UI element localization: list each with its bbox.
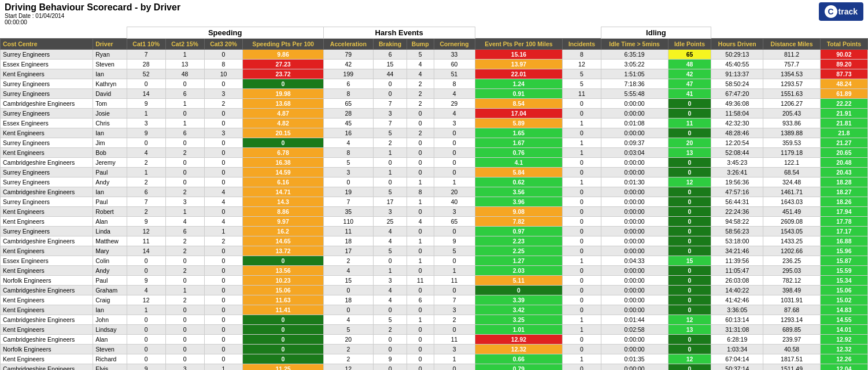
cell-incidents: 0: [563, 158, 601, 168]
table-row: Cambridgeshire EngineersGraham41015.0604…: [1, 286, 868, 295]
cell-idle-points: 0: [668, 187, 711, 197]
cell-bump: 1: [407, 197, 434, 207]
table-row: Surrey EngineersJim000042001.6710:09:372…: [1, 138, 868, 148]
cell-distance-miles: 87.68: [763, 305, 820, 315]
cell-event-pts: 3.42: [475, 305, 563, 315]
cell-driver: Craig: [93, 295, 127, 305]
cell-distance-miles: 2609.08: [763, 217, 820, 227]
cell-event-pts: 1.01: [475, 325, 563, 335]
cell-acceleration: 6: [323, 79, 374, 89]
cell-cornering: 3: [434, 305, 475, 315]
cell-hours-driven: 3:36:05: [711, 305, 763, 315]
logo-text: track: [839, 7, 858, 16]
cell-acceleration: 8: [323, 148, 374, 158]
col-cat1: Cat1 10%: [127, 39, 165, 50]
cell-incidents: 1: [563, 315, 601, 325]
section-header-row: Speeding Harsh Events Idling: [1, 27, 868, 39]
col-distance: Distance Miles: [763, 39, 820, 50]
cell-acceleration: 12: [323, 364, 374, 371]
col-bump: Bump: [407, 39, 434, 50]
table-row: Surrey EngineersDavid146319.9880240.9111…: [1, 89, 868, 99]
cell-cat3: 0: [204, 266, 243, 276]
cell-idle-points: 41: [668, 89, 711, 99]
cell-idle-points: 42: [668, 69, 711, 79]
cell-driver: Linda: [93, 227, 127, 236]
cell-cost-centre: Surrey Engineers: [1, 168, 93, 177]
cell-speeding-pts: 10.23: [243, 276, 323, 286]
cell-cornering: 9: [434, 236, 475, 246]
cell-acceleration: 15: [323, 276, 374, 286]
cell-distance-miles: 1551.63: [763, 89, 820, 99]
cell-total-points: 89.20: [820, 60, 867, 69]
table-row: Essex EngineersChris3104.82457035.8910:0…: [1, 119, 868, 128]
cell-bump: 11: [407, 276, 434, 286]
cell-speeding-pts: 13.68: [243, 99, 323, 109]
col-cat3: Cat3 20%: [204, 39, 243, 50]
cell-total-points: 14.83: [820, 305, 867, 315]
cell-cornering: 0: [434, 148, 475, 158]
cell-speeding-pts: 6.78: [243, 148, 323, 158]
cell-cornering: 4: [434, 89, 475, 99]
cell-acceleration: 79: [323, 50, 374, 60]
cell-cat2: 2: [165, 246, 204, 256]
cell-cat2: 2: [165, 148, 204, 158]
table-row: Kent EngineersIan52481023.721994445122.0…: [1, 69, 868, 79]
cell-distance-miles: 205.43: [763, 109, 820, 119]
cell-speeding-pts: 0: [243, 354, 323, 364]
cell-cat2: 1: [165, 50, 204, 60]
cell-hours-driven: 6:28:19: [711, 335, 763, 345]
table-row: Kent EngineersAndy02013.5641012.0300:00:…: [1, 266, 868, 276]
cell-event-pts: 22.01: [475, 69, 563, 79]
cell-bump: 0: [407, 286, 434, 295]
cell-cost-centre: Cambridgeshire Engineers: [1, 315, 93, 325]
cell-bump: 0: [407, 148, 434, 158]
cell-cost-centre: Cambridgeshire Engineers: [1, 364, 93, 371]
cell-cost-centre: Surrey Engineers: [1, 177, 93, 187]
cell-cat1: 0: [127, 335, 165, 345]
table-row: Kent EngineersIan96320.15165201.6500:00:…: [1, 128, 868, 138]
cell-bump: 1: [407, 177, 434, 187]
table-row: Essex EngineersSteven2813827.23421546013…: [1, 60, 868, 69]
cell-idle-time: 0:00:00: [601, 335, 668, 345]
cell-braking: 3: [374, 207, 407, 217]
cell-distance-miles: 68.54: [763, 168, 820, 177]
col-idle-time: Idle Time > 5mins: [601, 39, 668, 50]
cell-incidents: 0: [563, 246, 601, 256]
cell-braking: 0: [374, 177, 407, 187]
cell-braking: 2: [374, 325, 407, 335]
cell-bump: 1: [407, 236, 434, 246]
cell-speeding-pts: 14.71: [243, 187, 323, 197]
col-hours-driven: Hours Driven: [711, 39, 763, 50]
col-cat2: Cat2 15%: [165, 39, 204, 50]
cell-cat3: 3: [204, 89, 243, 99]
cell-cat2: 48: [165, 69, 204, 79]
section-harsh: Harsh Events: [323, 27, 475, 39]
cell-cat2: 2: [165, 266, 204, 276]
cell-total-points: 15.06: [820, 286, 867, 295]
cell-cat1: 9: [127, 217, 165, 227]
cell-braking: 4: [374, 295, 407, 305]
cell-bump: 0: [407, 354, 434, 364]
col-incidents: Incidents: [563, 39, 601, 50]
cell-cat1: 12: [127, 295, 165, 305]
cell-incidents: 0: [563, 295, 601, 305]
cell-cat3: 0: [204, 138, 243, 148]
cell-cat3: 0: [204, 286, 243, 295]
cell-total-points: 12.92: [820, 335, 867, 345]
cell-speeding-pts: 11.41: [243, 305, 323, 315]
cell-driver: Richard: [93, 354, 127, 364]
cell-idle-time: 7:18:36: [601, 79, 668, 89]
cell-distance-miles: 757.7: [763, 60, 820, 69]
cell-idle-time: 0:00:00: [601, 266, 668, 276]
header-bar: Driving Behaviour Scorecard - by Driver …: [0, 0, 868, 27]
cell-cat2: 0: [165, 79, 204, 89]
cell-event-pts: 17.04: [475, 109, 563, 119]
cell-event-pts: 7.82: [475, 217, 563, 227]
cell-total-points: 22.22: [820, 99, 867, 109]
table-row: Essex EngineersColin000020101.2710:04:33…: [1, 256, 868, 266]
cell-driver: Elvis: [93, 364, 127, 371]
cell-cat3: 0: [204, 207, 243, 217]
table-row: Surrey EngineersPaul10014.5931005.8400:0…: [1, 168, 868, 177]
col-header-row: Cost Centre Driver Cat1 10% Cat2 15% Cat…: [1, 39, 868, 50]
cell-braking: 1: [374, 168, 407, 177]
